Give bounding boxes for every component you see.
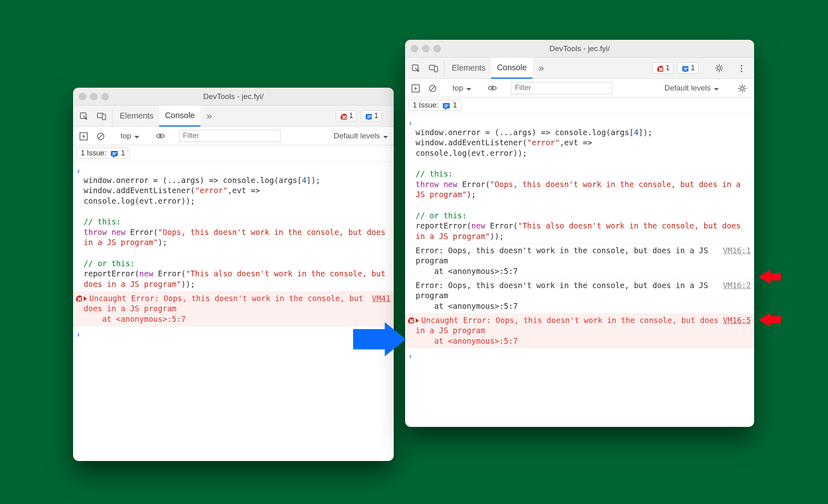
error-badge[interactable]: 1 [652,62,673,73]
tab-console[interactable]: Console [491,58,532,79]
console-settings[interactable] [733,84,751,93]
traffic-close[interactable] [79,93,86,100]
code-block: window.onerror = (...args) => console.lo… [416,117,751,242]
issues-row: 1 Issue: 1 [405,97,754,114]
inspect-button[interactable] [75,106,93,126]
caret-down-icon [712,84,719,92]
error-icon [339,112,347,120]
more-tabs[interactable]: » [201,106,218,126]
code-block: window.onerror = (...args) => console.lo… [84,165,390,290]
traffic-max[interactable] [433,45,441,52]
traffic-min[interactable] [422,45,429,52]
main-tabs: Elements Console » 1 1 [73,106,394,127]
console-error[interactable]: Uncaught Error: Oops, this doesn't work … [73,291,394,326]
traffic-min[interactable] [90,93,97,100]
device-toggle[interactable] [425,58,442,78]
filter-input[interactable] [511,82,612,94]
message-icon [364,112,372,120]
inspect-button[interactable] [407,58,425,78]
titlebar: DevTools - jec.fyi/ [73,88,394,106]
tab-elements[interactable]: Elements [114,106,159,126]
source-link[interactable]: VM41 [369,293,390,304]
window-title: DevTools - jec.fyi/ [550,44,610,53]
source-link[interactable]: VM16:1 [720,246,751,256]
clear-console[interactable] [426,84,438,93]
issues-row: 1 Issue: 1 [73,145,394,162]
live-expressions[interactable] [153,131,167,141]
error-icon [73,293,84,325]
error-icon [656,65,663,72]
issues-pill[interactable]: 1 Issue: 1 [76,148,129,159]
devtools-window: DevTools - jec.fyi/ Elements Console » 1… [405,40,754,427]
issues-badge[interactable]: 1 [361,110,382,121]
traffic-close[interactable] [411,45,418,52]
arrow-annotation-icon [759,268,783,286]
device-toggle[interactable] [93,106,110,126]
console-prompt[interactable]: › [405,348,754,363]
levels-dropdown[interactable]: Default levels [662,82,721,94]
console-prompt[interactable]: › [73,326,394,341]
expand-triangle-icon[interactable] [416,318,419,323]
chevron-icon: › [405,117,416,242]
window-title: DevTools - jec.fyi/ [203,92,264,101]
chevron-icon: › [405,350,416,361]
console-input-echo: › window.onerror = (...args) => console.… [405,114,754,243]
levels-dropdown[interactable]: Default levels [331,130,390,142]
chevron-icon: › [73,328,84,340]
sidebar-toggle[interactable] [408,84,422,93]
chevron-icon: › [73,165,84,290]
more-tabs[interactable]: » [533,58,550,78]
message-icon [442,101,450,110]
titlebar: DevTools - jec.fyi/ [405,40,754,58]
traffic-max[interactable] [101,93,109,100]
caret-down-icon [381,132,388,140]
sidebar-toggle[interactable] [76,131,90,140]
message-icon [681,65,688,72]
context-selector[interactable]: top [118,130,142,142]
console-output: › window.onerror = (...args) => console.… [405,114,754,363]
message-icon [110,149,118,157]
console-toolbar: top Default levels [73,127,394,145]
devtools-window: DevTools - jec.fyi/ Elements Console » 1… [73,88,394,461]
arrow-annotation-icon [759,311,783,329]
caret-down-icon [132,132,139,140]
console-output: › window.onerror = (...args) => console.… [73,162,394,341]
source-link[interactable]: VM16:2 [720,280,751,291]
error-icon [405,315,416,347]
settings-button[interactable] [710,63,728,73]
console-input-echo: › window.onerror = (...args) => console.… [73,162,394,291]
context-selector[interactable]: top [450,82,474,94]
tab-elements[interactable]: Elements [446,58,491,78]
console-log[interactable]: Error: Oops, this doesn't work in the co… [405,243,754,278]
window-controls[interactable] [79,93,109,100]
issues-pill[interactable]: 1 Issue: 1 [408,100,461,111]
console-toolbar: top Default levels [405,79,754,97]
clear-console[interactable] [94,131,106,140]
filter-input[interactable] [179,130,280,142]
console-log[interactable]: Error: Oops, this doesn't work in the co… [405,278,754,313]
error-badge[interactable]: 1 [336,110,357,121]
caret-down-icon [464,84,471,92]
window-controls[interactable] [411,45,441,52]
live-expressions[interactable] [485,83,499,93]
source-link[interactable]: VM16:5 [720,315,751,326]
expand-triangle-icon[interactable] [84,296,87,301]
main-tabs: Elements Console » 1 1 [405,58,754,79]
menu-button[interactable] [732,64,750,73]
issues-badge[interactable]: 1 [677,62,699,73]
tab-console[interactable]: Console [159,106,200,127]
console-error[interactable]: Uncaught Error: Oops, this doesn't work … [405,313,754,348]
